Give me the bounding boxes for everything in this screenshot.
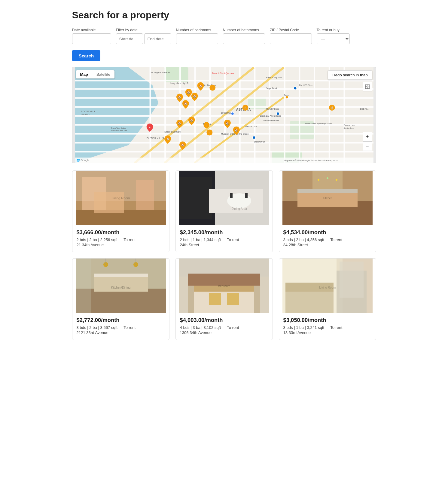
property-address: 13 33rd Avenue <box>283 330 372 335</box>
bedrooms-group: Number of bedrooms <box>176 28 218 44</box>
svg-rect-91 <box>368 87 370 89</box>
property-address: 1306 34th Avenue <box>180 330 268 335</box>
svg-text:William Cullen Bryant High Sch: William Cullen Bryant High School <box>305 123 332 124</box>
svg-text:Little Flower Cafe: Little Flower Cafe <box>164 131 181 133</box>
svg-point-84 <box>252 136 255 139</box>
bedrooms-input[interactable] <box>176 33 218 44</box>
svg-text:ROOSEVELT: ROOSEVELT <box>81 110 95 113</box>
property-image: Kitchen/Dining <box>72 259 169 313</box>
property-details: 3 bds | 2 ba | 4,356 sqft — To rent <box>283 237 372 242</box>
svg-rect-25 <box>284 67 285 163</box>
property-price: $2,345.00/month <box>180 229 268 236</box>
svg-rect-115 <box>297 189 358 193</box>
filter-by-date-group: Filter by date: <box>116 28 171 44</box>
svg-text:Sotto la Luna: Sotto la Luna <box>245 125 257 127</box>
svg-rect-99 <box>136 180 154 210</box>
filters-bar: Date available Filter by date: Number of… <box>72 28 376 44</box>
property-price: $3,050.00/month <box>283 317 372 323</box>
property-card[interactable]: Living Room $3,050.00/month 3 bds | 1 ba… <box>279 258 376 340</box>
svg-text:Service Ce...: Service Ce... <box>343 127 354 129</box>
property-details: 3 bds | 2 ba | 3,567 sqft — To rent <box>77 325 165 330</box>
svg-text:Bedroom: Bedroom <box>218 284 230 288</box>
svg-rect-147 <box>340 262 364 298</box>
svg-rect-137 <box>227 293 239 305</box>
search-button[interactable]: Search <box>72 50 101 61</box>
svg-rect-124 <box>94 274 148 277</box>
svg-text:DUTCH KILLS: DUTCH KILLS <box>146 137 164 140</box>
svg-rect-109 <box>230 193 233 198</box>
property-details: 3 bds | 1 ba | 3,241 sqft — To rent <box>283 325 372 330</box>
svg-text:Dining Area: Dining Area <box>231 207 247 210</box>
svg-text:Living Room: Living Room <box>319 286 336 289</box>
property-card[interactable]: Living Room $3,666.00/month 2 bds | 2 ba… <box>72 170 169 252</box>
property-price: $3,666.00/month <box>77 229 165 236</box>
svg-rect-139 <box>260 277 269 313</box>
svg-text:Kitchen: Kitchen <box>322 197 332 200</box>
map-tab-satellite[interactable]: Satellite <box>92 70 115 78</box>
svg-rect-28 <box>328 67 330 163</box>
redo-search-button[interactable]: Redo search in map <box>328 70 372 80</box>
svg-text:🏠: 🏠 <box>235 128 238 132</box>
svg-text:Athens Square: Athens Square <box>266 76 282 79</box>
map-expand-button[interactable] <box>363 82 372 91</box>
svg-text:🍴: 🍴 <box>244 106 247 110</box>
svg-rect-27 <box>314 67 315 163</box>
property-price: $4,534.00/month <box>283 229 372 236</box>
property-card[interactable]: Dining Area $2,345.00/month 2 bds | 1 ba… <box>175 170 273 252</box>
svg-rect-20 <box>209 67 211 163</box>
svg-text:by Marriott New York...: by Marriott New York... <box>111 130 129 131</box>
map-tabs: Map Satellite <box>76 70 115 78</box>
svg-text:Paragon Ho...: Paragon Ho... <box>343 124 355 126</box>
svg-text:BQE Fit...: BQE Fit... <box>360 108 369 110</box>
zip-label: ZIP / Postal Code <box>270 28 312 32</box>
page-wrapper: Search for a property Date available Fil… <box>65 0 383 350</box>
svg-text:🏠: 🏠 <box>181 143 184 147</box>
start-date-input[interactable] <box>116 33 143 44</box>
map-container: ASTORIA ROOSEVELT ISLAND DUTCH KILLS Mou… <box>72 67 376 163</box>
property-card[interactable]: Bedroom $4,003.00/month 4 bds | 3 ba | 3… <box>175 258 273 340</box>
svg-text:🏠: 🏠 <box>199 84 202 88</box>
property-image: Bedroom <box>176 259 273 313</box>
date-range-inputs <box>116 33 171 44</box>
svg-point-86 <box>285 96 288 99</box>
svg-text:Urban Weeds NY: Urban Weeds NY <box>263 119 279 121</box>
end-date-input[interactable] <box>144 33 171 44</box>
property-info: $3,666.00/month 2 bds | 2 ba | 2,256 sqf… <box>72 225 169 252</box>
zip-input[interactable] <box>270 33 312 44</box>
svg-text:🏠: 🏠 <box>190 118 194 122</box>
svg-text:🏠: 🏠 <box>187 90 190 94</box>
svg-text:Steinway St: Steinway St <box>254 141 265 143</box>
svg-rect-101 <box>94 192 124 213</box>
date-available-label: Date available <box>72 28 111 32</box>
date-available-input[interactable] <box>72 33 111 44</box>
svg-text:The UPS Store: The UPS Store <box>299 84 313 86</box>
property-address: 2121 33rd Avenue <box>77 330 165 335</box>
svg-rect-119 <box>312 171 343 189</box>
svg-text:Kitchen/Dining: Kitchen/Dining <box>111 286 130 289</box>
bathrooms-label: Number of bathrooms <box>223 28 265 32</box>
svg-text:🏠: 🏠 <box>178 95 181 99</box>
svg-text:Long Island High S.: Long Island High S. <box>170 82 189 84</box>
property-card[interactable]: Kitchen/Dining $2,772.00/month 3 bds | 2… <box>72 258 169 340</box>
property-info: $2,345.00/month 2 bds | 1 ba | 1,344 sqf… <box>176 225 273 252</box>
svg-point-85 <box>294 87 297 90</box>
zoom-out-button[interactable]: − <box>363 141 372 151</box>
property-info: $3,050.00/month 3 bds | 1 ba | 3,241 sqf… <box>279 313 376 340</box>
bathrooms-group: Number of bathrooms <box>223 28 265 44</box>
svg-rect-17 <box>164 67 166 163</box>
expand-icon <box>365 84 370 89</box>
svg-rect-106 <box>179 177 212 219</box>
property-info: $2,772.00/month 3 bds | 2 ba | 3,567 sqf… <box>72 313 169 340</box>
svg-rect-129 <box>76 259 91 313</box>
rent-buy-select[interactable]: — To rent To buy <box>317 33 350 44</box>
svg-point-83 <box>276 112 279 115</box>
bathrooms-input[interactable] <box>223 33 265 44</box>
svg-text:ISLAND: ISLAND <box>81 113 90 116</box>
map-tab-map[interactable]: Map <box>76 70 92 78</box>
svg-text:♦: ♦ <box>149 126 151 129</box>
property-card[interactable]: Kitchen $4,534.00/month 3 bds | 2 ba | 4… <box>279 170 376 252</box>
property-address: 24th Street <box>180 243 268 247</box>
property-price: $4,003.00/month <box>180 317 268 323</box>
svg-rect-138 <box>179 277 188 313</box>
zoom-in-button[interactable]: + <box>363 132 372 141</box>
